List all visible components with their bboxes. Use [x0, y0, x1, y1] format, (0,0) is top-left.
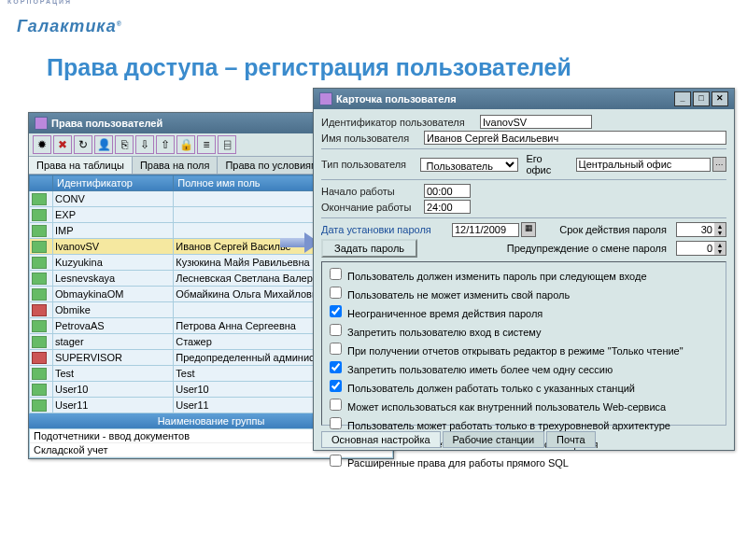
maximize-button[interactable]: □	[693, 91, 710, 106]
import-icon[interactable]: ⇧	[156, 135, 175, 154]
cell-id: User11	[53, 398, 174, 413]
label-user-id: Идентификатор пользователя	[321, 117, 480, 128]
titlebar[interactable]: Карточка пользователя _ □ ✕	[314, 89, 734, 109]
selection-arrow	[280, 234, 317, 251]
cell-id: EXP	[53, 207, 174, 223]
minimize-button[interactable]: _	[674, 91, 691, 106]
option-8[interactable]: Пользователь может работать только в тре…	[326, 414, 722, 432]
calendar-icon[interactable]: ▦	[521, 222, 536, 237]
option-4[interactable]: При получении отчетов открывать редактор…	[326, 340, 722, 357]
cell-id: CONV	[53, 191, 174, 207]
office-picker-icon[interactable]: …	[712, 157, 726, 172]
cell-id: IMP	[53, 223, 174, 239]
option-5[interactable]: Запретить пользователю иметь более чем о…	[326, 358, 722, 376]
cell-id: SUPERVISOR	[53, 350, 174, 366]
label-pwd-validity: Срок действия пароля	[559, 224, 667, 235]
bottom-tab-1[interactable]: Рабочие станции	[443, 431, 545, 448]
close-button[interactable]: ✕	[712, 91, 728, 106]
row-status-icon	[32, 384, 47, 396]
option-1[interactable]: Пользователь не может изменить свой паро…	[326, 284, 722, 301]
copy-icon[interactable]: ⎘	[115, 135, 134, 154]
new-icon[interactable]: ✹	[33, 135, 51, 154]
cell-id: Test	[53, 366, 174, 382]
row-status-icon	[32, 320, 47, 332]
row-status-icon	[32, 399, 47, 412]
label-end-time: Окончание работы	[321, 202, 424, 213]
start-time-input[interactable]	[424, 184, 471, 198]
option-0[interactable]: Пользователь должен изменить пароль при …	[326, 265, 722, 283]
tab-0[interactable]: Права на таблицы	[29, 157, 133, 174]
label-user-name: Имя пользователя	[321, 133, 424, 144]
label-start-time: Начало работы	[321, 186, 424, 197]
checkbox[interactable]	[330, 361, 342, 373]
option-10[interactable]: Расширенные права для работы прямого SQL	[326, 452, 722, 469]
cell-id: stager	[53, 334, 174, 350]
end-time-input[interactable]	[424, 200, 471, 214]
checkbox[interactable]	[330, 380, 342, 392]
page-title: Права доступа – регистрация пользователе…	[47, 54, 571, 81]
label-user-type: Тип пользователя	[321, 159, 420, 170]
window-title: Права пользователей	[51, 118, 162, 129]
cell-id: Lesnevskaya	[53, 271, 174, 287]
pwd-warn-stepper[interactable]: ▲▼	[676, 241, 726, 256]
cell-id: PetrovaAS	[53, 318, 174, 334]
option-2[interactable]: Неограниченное время действия пароля	[326, 302, 722, 320]
cell-id: User10	[53, 382, 174, 398]
checkbox[interactable]	[330, 343, 342, 355]
user-id-input[interactable]	[480, 115, 592, 129]
user-icon[interactable]: 👤	[94, 135, 113, 154]
pwd-date-input[interactable]	[452, 223, 519, 237]
option-3[interactable]: Запретить пользователю вход в систему	[326, 321, 722, 339]
checkbox[interactable]	[330, 287, 342, 299]
refresh-icon[interactable]: ↻	[74, 135, 92, 154]
option-7[interactable]: Может использоваться как внутренний поль…	[326, 396, 722, 413]
cell-id: Kuzyukina	[53, 255, 174, 271]
row-status-icon	[32, 368, 47, 380]
checkbox[interactable]	[330, 324, 342, 336]
row-status-icon	[32, 336, 47, 348]
checkbox[interactable]	[330, 399, 342, 411]
cell-id: ObmaykinaOM	[53, 287, 174, 302]
label-pwd-warn: Предупреждение о смене пароля	[507, 243, 667, 254]
user-type-select[interactable]: Пользователь	[420, 158, 519, 172]
row-status-icon	[32, 352, 47, 364]
row-status-icon	[32, 193, 47, 205]
row-status-icon	[32, 241, 47, 253]
set-password-button[interactable]: Задать пароль	[321, 239, 417, 258]
checkbox[interactable]	[330, 455, 342, 467]
brand-logo: КОРПОРАЦИЯ Галактика®	[17, 6, 121, 36]
cell-id: Obmike	[53, 302, 174, 318]
checkbox[interactable]	[330, 305, 342, 317]
bottom-tab-2[interactable]: Почта	[546, 431, 596, 448]
user-name-input[interactable]	[424, 131, 726, 145]
office-input[interactable]	[576, 158, 711, 172]
bottom-tab-0[interactable]: Основная настройка	[321, 431, 441, 448]
options-checklist: Пользователь должен изменить пароль при …	[321, 261, 726, 426]
row-status-icon	[32, 304, 47, 316]
checkbox[interactable]	[330, 417, 342, 429]
row-status-icon	[32, 209, 47, 221]
window-title: Карточка пользователя	[336, 93, 457, 105]
window-icon	[319, 92, 332, 105]
list-icon[interactable]: ≡	[197, 135, 216, 154]
row-status-icon	[32, 257, 47, 269]
tab-2[interactable]: Права по условиям	[218, 157, 326, 174]
db-icon[interactable]: ⌸	[218, 135, 236, 154]
row-status-icon	[32, 225, 47, 237]
lock-icon[interactable]: 🔒	[176, 135, 195, 154]
option-6[interactable]: Пользователь должен работать только с ук…	[326, 377, 722, 395]
window-icon	[35, 117, 48, 130]
label-pwd-date: Дата установки пароля	[321, 224, 452, 235]
pwd-validity-stepper[interactable]: ▲▼	[676, 222, 726, 237]
col-id-header[interactable]: Идентификатор	[53, 175, 174, 191]
user-card-window: Карточка пользователя _ □ ✕ Идентификато…	[313, 88, 735, 451]
tab-1[interactable]: Права на поля	[133, 157, 218, 174]
label-office: Его офис	[526, 153, 568, 175]
export-icon[interactable]: ⇩	[135, 135, 154, 154]
checkbox[interactable]	[330, 268, 342, 280]
row-status-icon	[32, 288, 47, 301]
cell-id: IvanovSV	[53, 239, 174, 255]
delete-icon[interactable]: ✖	[53, 135, 72, 154]
row-status-icon	[32, 273, 47, 285]
